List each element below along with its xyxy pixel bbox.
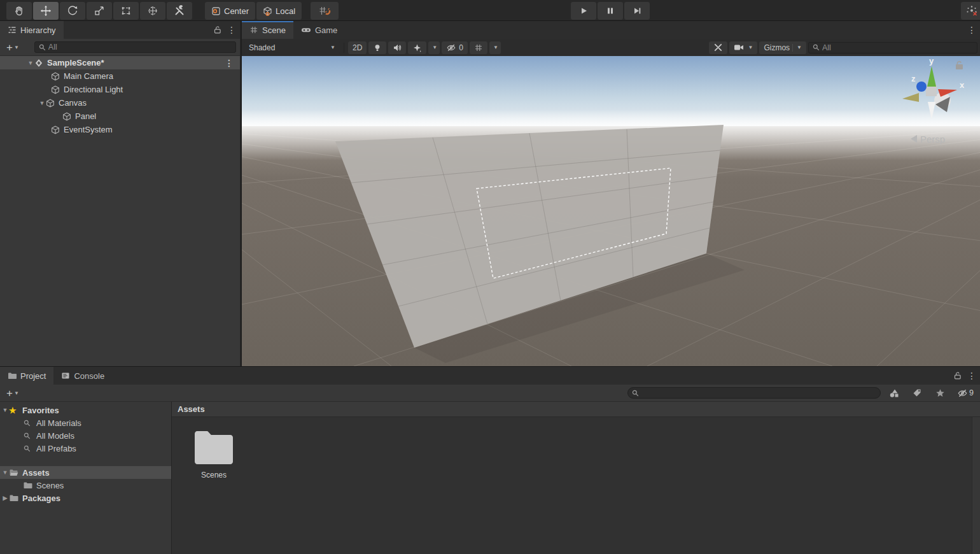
folder-open-icon [9,468,18,477]
chevron-down-icon: ▼ [493,45,498,50]
lightbulb-icon [373,43,382,52]
scene-menu-kebab-icon[interactable]: ⋮ [967,25,976,34]
lock-icon[interactable] [953,371,962,380]
scene-camera-button[interactable]: ▼ [729,41,757,54]
hierarchy-row-canvas[interactable]: ▼ Canvas [0,96,240,110]
scene-viewport[interactable]: y z x Persp [242,56,980,366]
favorite-all-prefabs[interactable]: All Prefabs [0,442,171,455]
rotation-mode-button[interactable]: Local [256,2,302,20]
draw-mode-dropdown[interactable]: Shaded ▼ [244,41,340,54]
project-folder-tree: ▼ ★ Favorites All Materials All Models A… [0,402,172,554]
gizmo-axis-z-ball[interactable] [916,82,927,92]
item-label: Scenes [36,481,64,490]
scale-tool-button[interactable] [87,2,112,20]
scene-toolbar: Shaded ▼ 2D ▼ 0 [242,39,980,56]
collapsed-arrow-icon[interactable]: ▶ [1,495,9,501]
2d-toggle-button[interactable]: 2D [348,41,367,54]
rotation-mode-label: Local [276,6,295,16]
tag-icon [913,388,921,397]
main-toolbar: Center Local ✕ [0,0,980,21]
hierarchy-row-samplescene[interactable]: ▼ SampleScene* ⋮ [0,56,240,69]
project-create-button[interactable]: + ▼ [4,388,22,399]
favorites-filter-button[interactable] [930,387,949,399]
game-object-icon [46,99,55,108]
project-search [627,387,881,399]
scene-lighting-button[interactable] [368,41,386,54]
grid-snap-button[interactable] [311,2,339,20]
step-button[interactable] [624,2,650,20]
scene-visibility-button[interactable]: 0 [442,41,468,54]
chevron-down-icon: ▼ [14,45,19,50]
tab-hierarchy[interactable]: Hierarchy [0,21,64,39]
grid-dropdown-button[interactable]: ▼ [489,41,501,54]
asset-item-scenes[interactable]: Scenes [191,430,237,479]
search-icon[interactable] [631,389,640,397]
tab-scene[interactable]: Scene [242,21,293,39]
scene-audio-button[interactable] [388,41,406,54]
expand-arrow-icon[interactable]: ▼ [27,60,34,66]
grid-visibility-button[interactable] [470,41,487,54]
favorite-all-materials[interactable]: All Materials [0,416,171,429]
pivot-mode-button[interactable]: Center [205,2,255,20]
hierarchy-menu-kebab-icon[interactable]: ⋮ [227,25,236,34]
transform-tool-button[interactable] [140,2,165,20]
scene-tools-button[interactable] [709,41,727,54]
chevron-down-icon: ▼ [330,45,335,50]
hierarchy-row-eventsystem[interactable]: EventSystem [0,123,240,136]
packages-folder-row[interactable]: ▶ Packages [0,492,171,504]
tab-game[interactable]: Game [293,21,345,39]
scene-effects-button[interactable] [408,41,426,54]
assets-folder-row[interactable]: ▼ Assets [0,466,171,479]
scene-search-input[interactable] [822,43,974,52]
item-label: Directional Light [64,85,123,94]
expand-arrow-icon[interactable]: ▼ [1,469,9,476]
content-breadcrumb: Assets [172,402,980,417]
hierarchy-create-button[interactable]: + ▼ [4,42,22,53]
lock-icon[interactable] [213,25,222,34]
custom-tool-button[interactable] [167,2,192,20]
wrench-icon [174,5,185,17]
tools-icon [713,43,723,52]
search-icon[interactable] [812,43,820,52]
hierarchy-row-directional-light[interactable]: Directional Light [0,83,240,96]
rotate-tool-button[interactable] [60,2,85,20]
hand-tool-button[interactable] [6,2,32,20]
game-tab-label: Game [315,25,337,35]
pivot-orientation-group: Center Local [205,2,302,20]
search-by-label-button[interactable] [907,387,927,399]
hierarchy-row-panel[interactable]: Panel [0,110,240,123]
expand-arrow-icon[interactable]: ▼ [1,407,9,413]
play-button[interactable] [571,2,596,20]
scene-options-kebab-icon[interactable]: ⋮ [225,59,234,67]
transform-tool-group [6,2,192,20]
hidden-assets-count: 9 [969,388,974,397]
project-menu-kebab-icon[interactable]: ⋮ [967,371,976,380]
scenes-folder-row[interactable]: Scenes [0,479,171,492]
chevron-down-icon: ▼ [748,45,753,50]
tab-console[interactable]: Console [53,367,112,385]
project-search-input[interactable] [641,388,877,397]
expand-arrow-icon[interactable]: ▼ [38,100,46,106]
hierarchy-row-main-camera[interactable]: Main Camera [0,69,240,83]
hidden-assets-button[interactable]: 9 [953,388,977,398]
move-icon [40,5,52,17]
hierarchy-search [34,41,236,53]
collab-status-button[interactable]: ✕ [961,2,980,20]
tab-project[interactable]: Project [0,367,53,385]
hidden-object-count: 0 [459,43,463,52]
search-icon [23,419,31,427]
search-by-type-button[interactable] [885,387,904,399]
gizmos-dropdown[interactable]: Gizmos ▼ [759,41,806,54]
asset-item-label: Scenes [201,471,227,479]
hierarchy-search-input[interactable] [48,43,232,52]
rect-tool-button[interactable] [113,2,139,20]
move-tool-button[interactable] [33,2,59,20]
effects-dropdown-button[interactable]: ▼ [428,41,440,54]
content-scrollbar[interactable] [972,417,980,554]
favorite-all-models[interactable]: All Models [0,429,171,442]
axis-z-label: z [911,74,916,83]
collab-sparkle-icon: ✕ [965,4,978,17]
search-icon[interactable] [38,43,46,52]
favorites-row[interactable]: ▼ ★ Favorites [0,404,171,416]
pause-button[interactable] [598,2,623,20]
